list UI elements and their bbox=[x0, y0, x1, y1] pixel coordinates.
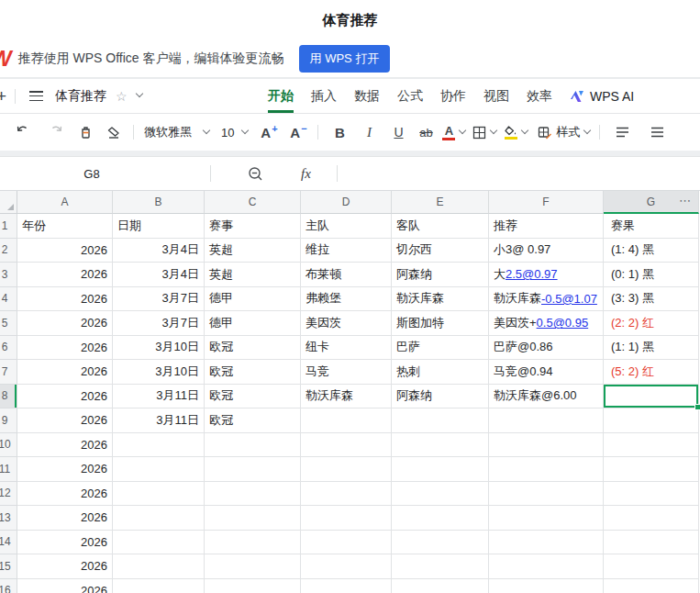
hyperlink-text[interactable]: 0.5@0.95 bbox=[537, 316, 589, 330]
tab-数据[interactable]: 数据 bbox=[354, 79, 380, 113]
row-header-3[interactable]: 3 bbox=[0, 263, 17, 287]
cell-G7[interactable]: (5: 2) 红 bbox=[604, 360, 699, 385]
cell-D7[interactable]: 马竞 bbox=[301, 360, 392, 385]
row-header-13[interactable]: 13 bbox=[0, 506, 17, 531]
cell-A10[interactable]: 2026 bbox=[17, 433, 113, 458]
col-header-C[interactable]: C bbox=[205, 191, 301, 214]
increase-font-button[interactable]: A + bbox=[258, 120, 280, 144]
cell-B8[interactable]: 3月11日 bbox=[113, 385, 205, 409]
cell-F16[interactable] bbox=[489, 579, 604, 593]
hyperlink-text[interactable]: 2.5@0.97 bbox=[506, 267, 558, 281]
underline-button[interactable]: U bbox=[387, 120, 409, 144]
row-header-14[interactable]: 14 bbox=[0, 531, 17, 555]
cell-E12[interactable] bbox=[392, 482, 489, 507]
select-all-corner[interactable] bbox=[0, 191, 17, 214]
bold-button[interactable]: B bbox=[328, 120, 350, 144]
cell-F2[interactable]: 小3@ 0.97 bbox=[489, 239, 604, 263]
col-header-F[interactable]: F bbox=[489, 191, 604, 214]
cell-G3[interactable]: (0: 1) 黑 bbox=[604, 263, 699, 287]
cell-C6[interactable]: 欧冠 bbox=[205, 336, 301, 361]
cell-G15[interactable] bbox=[604, 554, 699, 579]
row-header-4[interactable]: 4 bbox=[0, 287, 17, 312]
cell-E13[interactable] bbox=[392, 506, 489, 531]
cell-A7[interactable]: 2026 bbox=[17, 360, 113, 385]
cell-E4[interactable]: 勒沃库森 bbox=[392, 287, 489, 312]
cell-C2[interactable]: 英超 bbox=[205, 239, 301, 263]
cell-C12[interactable] bbox=[205, 482, 301, 507]
redo-button[interactable] bbox=[44, 120, 66, 144]
cell-G8[interactable] bbox=[604, 385, 699, 409]
cell-A13[interactable]: 2026 bbox=[17, 506, 113, 531]
cell-F1[interactable]: 推荐 bbox=[489, 214, 604, 239]
cell-G12[interactable] bbox=[604, 482, 699, 507]
cell-G14[interactable] bbox=[604, 531, 699, 555]
cell-F7[interactable]: 马竞@0.94 bbox=[489, 360, 604, 385]
tab-效率[interactable]: 效率 bbox=[527, 79, 552, 113]
cell-G2[interactable]: (1: 4) 黑 bbox=[604, 239, 699, 263]
cell-B7[interactable]: 3月10日 bbox=[113, 360, 205, 385]
row-header-16[interactable]: 16 bbox=[0, 579, 17, 593]
cell-E15[interactable] bbox=[392, 554, 489, 579]
cell-A15[interactable]: 2026 bbox=[17, 554, 113, 579]
cell-D4[interactable]: 弗赖堡 bbox=[301, 287, 392, 312]
col-header-D[interactable]: D bbox=[301, 191, 392, 214]
font-color-button[interactable]: A bbox=[442, 120, 466, 144]
cell-F6[interactable]: 巴萨@0.86 bbox=[489, 336, 604, 361]
chevron-down-icon[interactable] bbox=[137, 91, 143, 97]
cell-E8[interactable]: 阿森纳 bbox=[392, 385, 489, 409]
cell-C10[interactable] bbox=[205, 433, 301, 458]
wps-ai-button[interactable]: WPS AI bbox=[570, 89, 634, 104]
cell-B6[interactable]: 3月10日 bbox=[113, 336, 205, 361]
cell-F4[interactable]: 勒沃库森-0.5@1.07 bbox=[489, 287, 604, 312]
cell-B16[interactable] bbox=[113, 579, 205, 593]
row-header-15[interactable]: 15 bbox=[0, 554, 17, 579]
row-header-6[interactable]: 6 bbox=[0, 336, 17, 361]
cell-E1[interactable]: 客队 bbox=[392, 214, 489, 239]
cell-B9[interactable]: 3月11日 bbox=[113, 408, 205, 433]
cell-G4[interactable]: (3: 3) 黑 bbox=[604, 287, 699, 312]
cell-E6[interactable]: 巴萨 bbox=[392, 336, 489, 361]
cell-C15[interactable] bbox=[205, 554, 301, 579]
row-header-1[interactable]: 1 bbox=[0, 214, 17, 239]
cell-E5[interactable]: 斯图加特 bbox=[392, 311, 489, 336]
cell-C11[interactable] bbox=[205, 457, 301, 482]
cell-G1[interactable]: 赛果 bbox=[604, 214, 699, 239]
new-tab-plus-icon[interactable]: + bbox=[0, 87, 6, 105]
cell-B2[interactable]: 3月4日 bbox=[113, 239, 205, 263]
col-header-E[interactable]: E bbox=[392, 191, 489, 214]
cell-D11[interactable] bbox=[301, 457, 392, 482]
undo-button[interactable] bbox=[12, 120, 34, 144]
cell-D3[interactable]: 布莱顿 bbox=[301, 263, 392, 287]
borders-button[interactable] bbox=[472, 120, 497, 144]
row-header-8[interactable]: 8 bbox=[0, 385, 17, 409]
cell-A3[interactable]: 2026 bbox=[17, 263, 113, 287]
cell-D13[interactable] bbox=[301, 506, 392, 531]
tab-协作[interactable]: 协作 bbox=[440, 79, 466, 113]
cell-A2[interactable]: 2026 bbox=[17, 239, 113, 263]
row-header-2[interactable]: 2 bbox=[0, 239, 17, 263]
cell-G16[interactable] bbox=[604, 579, 699, 593]
cell-B11[interactable] bbox=[113, 457, 205, 482]
cell-style-button[interactable]: 样式 bbox=[538, 120, 591, 144]
cell-C1[interactable]: 赛事 bbox=[205, 214, 301, 239]
cell-D2[interactable]: 维拉 bbox=[301, 239, 392, 263]
cell-C3[interactable]: 英超 bbox=[205, 263, 301, 287]
cell-F13[interactable] bbox=[489, 506, 604, 531]
cell-A12[interactable]: 2026 bbox=[17, 482, 113, 507]
hamburger-menu-icon[interactable] bbox=[29, 91, 43, 101]
cell-A6[interactable]: 2026 bbox=[17, 336, 113, 361]
cell-E10[interactable] bbox=[392, 433, 489, 458]
cell-C14[interactable] bbox=[205, 531, 301, 555]
cell-E3[interactable]: 阿森纳 bbox=[392, 263, 489, 287]
cell-A4[interactable]: 2026 bbox=[17, 287, 113, 312]
decrease-font-button[interactable]: A − bbox=[287, 120, 309, 144]
cell-D15[interactable] bbox=[301, 554, 392, 579]
row-header-12[interactable]: 12 bbox=[0, 482, 17, 507]
cell-F15[interactable] bbox=[489, 554, 604, 579]
cell-D14[interactable] bbox=[301, 531, 392, 555]
cell-E9[interactable] bbox=[392, 408, 489, 433]
font-size-select[interactable]: 10 bbox=[221, 120, 249, 144]
cell-B14[interactable] bbox=[113, 531, 205, 555]
cell-B12[interactable] bbox=[113, 482, 205, 507]
cell-C9[interactable]: 欧冠 bbox=[205, 408, 301, 433]
